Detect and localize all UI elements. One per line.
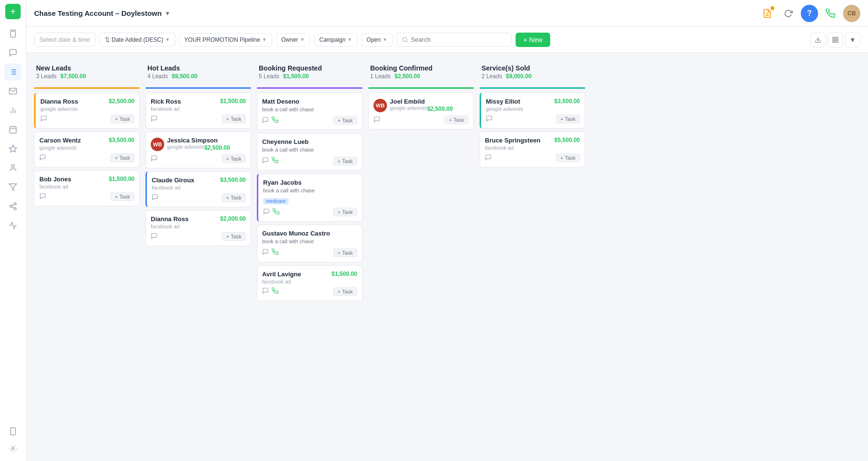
view-toggle-button[interactable] (828, 32, 843, 47)
sidebar-item-settings[interactable] (4, 440, 22, 457)
lead-source: facebook ad (485, 145, 580, 151)
phone-icon[interactable] (272, 248, 278, 257)
chat-icon[interactable] (152, 194, 158, 202)
list-item[interactable]: Avril Lavigne $1,500.00 facebook ad + Ta… (257, 265, 362, 301)
campaign-filter[interactable]: Campaign ▼ (314, 33, 358, 47)
add-task-button[interactable]: + Task (110, 192, 134, 201)
lead-name: Joel Embiid (390, 98, 453, 105)
new-button[interactable]: + New (516, 33, 550, 47)
notification-button[interactable] (759, 5, 776, 22)
phone-button[interactable] (822, 5, 839, 22)
list-item[interactable]: Claude Giroux $3,500.00 facebook ad + Ta… (145, 171, 251, 207)
chat-icon[interactable] (151, 115, 157, 123)
chat-icon[interactable] (262, 157, 269, 165)
account-selector[interactable]: Chase Testing Account – Doylestown ▼ (34, 9, 170, 17)
column-bar-hot-leads (145, 87, 251, 89)
list-item[interactable]: Matt Deseno book a call with chase + Tas… (257, 93, 362, 130)
list-item[interactable]: Cheyenne Lueb book a call with chase + T… (257, 133, 362, 170)
column-title-services-sold: Service(s) Sold (482, 64, 583, 72)
sidebar-item-wave[interactable] (4, 217, 22, 234)
list-item[interactable]: Missy Elliot $3,500.00 google adwords + … (480, 93, 585, 129)
column-booking-confirmed: Booking Confirmed 1 Leads $2,500.00 WB J… (368, 60, 474, 132)
list-item[interactable]: Gustavo Munoz Castro book a call with ch… (257, 225, 362, 262)
add-task-button[interactable]: + Task (333, 116, 357, 125)
list-item[interactable]: Ryan Jacobs book a call with chase medic… (257, 174, 362, 222)
sidebar-item-mobile[interactable] (4, 423, 22, 440)
pipeline-filter[interactable]: YOUR PROMOTION Pipeline ▼ (179, 33, 272, 47)
phone-icon[interactable] (272, 157, 278, 165)
add-task-button[interactable]: + Task (333, 248, 357, 257)
list-item[interactable]: WB Joel Embiid google adwords$2,500.00 +… (368, 93, 474, 130)
sidebar-item-user[interactable] (4, 159, 22, 177)
sidebar-item-filter[interactable] (4, 178, 22, 196)
chat-icon[interactable] (485, 154, 492, 162)
chat-icon[interactable] (262, 117, 269, 125)
add-task-button[interactable]: + Task (222, 154, 246, 163)
svg-rect-0 (12, 30, 14, 32)
add-task-button[interactable]: + Task (222, 115, 246, 123)
sidebar-item-chat[interactable] (4, 44, 22, 61)
add-task-button[interactable]: + Task (333, 157, 357, 165)
list-item[interactable]: Dianna Ross $2,500.00 google adwords + T… (34, 93, 140, 129)
lead-value: $1,500.00 (220, 98, 246, 105)
svg-rect-31 (836, 37, 838, 39)
more-options-button[interactable]: ▼ (845, 32, 860, 47)
sidebar-item-leads[interactable] (4, 63, 22, 81)
add-task-button[interactable]: + Task (110, 154, 134, 162)
lead-name: Dianna Ross (151, 215, 189, 223)
add-button[interactable]: + (5, 4, 21, 19)
list-item[interactable]: Carson Wentz $3,500.00 google adwords + … (34, 131, 140, 167)
chat-icon[interactable] (262, 287, 269, 296)
chat-icon[interactable] (40, 115, 47, 123)
list-item[interactable]: Dianna Ross $2,000.00 facebook ad + Task (145, 210, 251, 246)
chat-icon[interactable] (39, 154, 46, 162)
svg-point-19 (14, 208, 16, 210)
svg-point-27 (402, 37, 407, 42)
add-task-button[interactable]: + Task (222, 232, 246, 241)
phone-icon[interactable] (272, 117, 278, 125)
chat-icon[interactable] (263, 208, 270, 216)
search-box[interactable] (397, 33, 512, 47)
list-item[interactable]: WB Jessica Simpson google adwords$2,500.… (145, 131, 251, 168)
sidebar-item-star[interactable] (4, 140, 22, 157)
chat-icon[interactable] (262, 248, 269, 257)
search-input[interactable] (411, 36, 506, 43)
chat-icon[interactable] (486, 115, 493, 123)
add-task-button[interactable]: + Task (556, 115, 580, 123)
refresh-button[interactable] (780, 5, 797, 22)
sidebar-item-clipboard[interactable] (4, 25, 22, 42)
sidebar-item-connect[interactable] (4, 198, 22, 215)
date-picker[interactable]: Select date & time (34, 33, 96, 47)
pipeline-label: YOUR PROMOTION Pipeline (184, 36, 260, 43)
sort-filter[interactable]: ⇅ Date Added (DESC) ▼ (99, 33, 175, 47)
list-item[interactable]: Bob Jones $1,500.00 facebook ad + Task (34, 170, 140, 206)
list-item[interactable]: Rick Ross $1,500.00 facebook ad + Task (145, 93, 251, 129)
sidebar-item-chart[interactable] (4, 102, 22, 119)
add-task-button[interactable]: + Task (333, 287, 357, 296)
lead-name: Ryan Jacobs (263, 179, 301, 186)
add-task-button[interactable]: + Task (445, 116, 469, 124)
add-task-button[interactable]: + Task (222, 193, 246, 202)
add-task-button[interactable]: + Task (556, 154, 580, 162)
lead-source: facebook ad (39, 184, 134, 189)
card-top: WB Joel Embiid google adwords$2,500.00 (374, 98, 469, 113)
user-avatar[interactable]: CB (843, 5, 860, 22)
add-task-button[interactable]: + Task (110, 115, 134, 123)
download-button[interactable] (810, 32, 826, 47)
phone-icon[interactable] (273, 208, 279, 216)
open-filter[interactable]: Open ▼ (362, 33, 393, 47)
owner-filter[interactable]: Owner ▼ (276, 33, 310, 47)
list-item[interactable]: Bruce Springsteen $5,500.00 facebook ad … (480, 131, 585, 167)
chat-icon[interactable] (39, 193, 46, 201)
chat-icon[interactable] (374, 116, 380, 124)
add-task-button[interactable]: + Task (333, 208, 357, 216)
sidebar-item-mail[interactable] (4, 83, 22, 100)
column-bar-booking-requested (257, 87, 362, 89)
phone-icon[interactable] (272, 287, 278, 296)
sidebar-item-calendar[interactable] (4, 121, 22, 138)
help-button[interactable]: ? (801, 5, 818, 22)
chat-icon[interactable] (151, 233, 157, 241)
lead-value: $3,500.00 (555, 98, 580, 105)
column-total: $9,000.00 (506, 73, 531, 80)
chat-icon[interactable] (151, 155, 157, 163)
